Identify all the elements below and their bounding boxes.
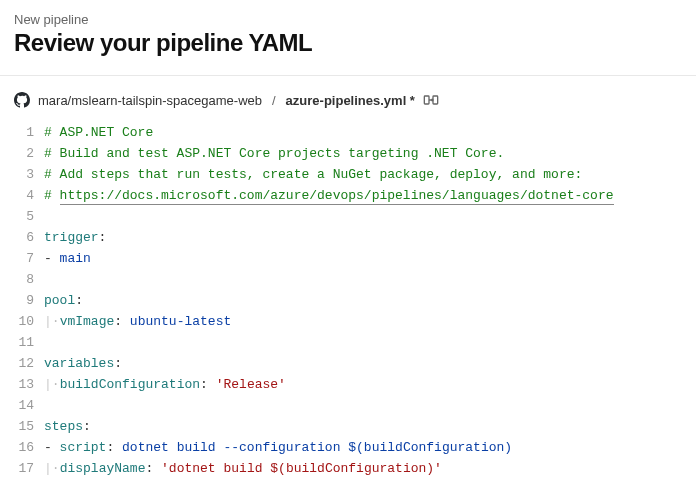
code-line[interactable]: trigger: xyxy=(44,227,696,248)
doc-link[interactable]: https://docs.microsoft.com/azure/devops/… xyxy=(60,188,614,205)
code-line[interactable]: |·buildConfiguration: 'Release' xyxy=(44,374,696,395)
line-number: 5 xyxy=(0,206,44,227)
code-line[interactable]: |·vmImage: ubuntu-latest xyxy=(44,311,696,332)
code-line[interactable]: # Build and test ASP.NET Core projects t… xyxy=(44,143,696,164)
line-number: 12 xyxy=(0,353,44,374)
code-line[interactable] xyxy=(44,332,696,353)
breadcrumb: New pipeline xyxy=(14,12,682,27)
code-line[interactable]: |·displayName: 'dotnet build $(buildConf… xyxy=(44,458,696,479)
line-number: 8 xyxy=(0,269,44,290)
page-header: New pipeline Review your pipeline YAML xyxy=(0,0,696,76)
line-number: 3 xyxy=(0,164,44,185)
code-line[interactable]: - script: dotnet build --configuration $… xyxy=(44,437,696,458)
code-line[interactable]: # https://docs.microsoft.com/azure/devop… xyxy=(44,185,696,206)
line-number: 17 xyxy=(0,458,44,479)
code-line[interactable]: # ASP.NET Core xyxy=(44,122,696,143)
page-title: Review your pipeline YAML xyxy=(14,29,682,57)
line-number: 15 xyxy=(0,416,44,437)
line-number: 11 xyxy=(0,332,44,353)
code-line[interactable] xyxy=(44,395,696,416)
path-separator: / xyxy=(270,93,278,108)
code-line[interactable]: - main xyxy=(44,248,696,269)
line-number: 1 xyxy=(0,122,44,143)
yaml-editor[interactable]: 1# ASP.NET Core2# Build and test ASP.NET… xyxy=(0,122,696,479)
svg-rect-0 xyxy=(424,96,429,104)
line-number: 16 xyxy=(0,437,44,458)
repo-path[interactable]: mara/mslearn-tailspin-spacegame-web xyxy=(38,93,262,108)
line-number: 9 xyxy=(0,290,44,311)
line-number: 10 xyxy=(0,311,44,332)
code-line[interactable]: # Add steps that run tests, create a NuG… xyxy=(44,164,696,185)
file-name[interactable]: azure-pipelines.yml * xyxy=(286,93,415,108)
file-path-bar: mara/mslearn-tailspin-spacegame-web / az… xyxy=(0,76,696,122)
line-number: 2 xyxy=(0,143,44,164)
code-line[interactable]: steps: xyxy=(44,416,696,437)
code-line[interactable] xyxy=(44,269,696,290)
settings-icon[interactable] xyxy=(423,93,439,107)
code-line[interactable] xyxy=(44,206,696,227)
line-number: 6 xyxy=(0,227,44,248)
line-number: 13 xyxy=(0,374,44,395)
line-number: 7 xyxy=(0,248,44,269)
line-number: 14 xyxy=(0,395,44,416)
line-number: 4 xyxy=(0,185,44,206)
code-line[interactable]: variables: xyxy=(44,353,696,374)
github-icon xyxy=(14,92,30,108)
code-line[interactable]: pool: xyxy=(44,290,696,311)
